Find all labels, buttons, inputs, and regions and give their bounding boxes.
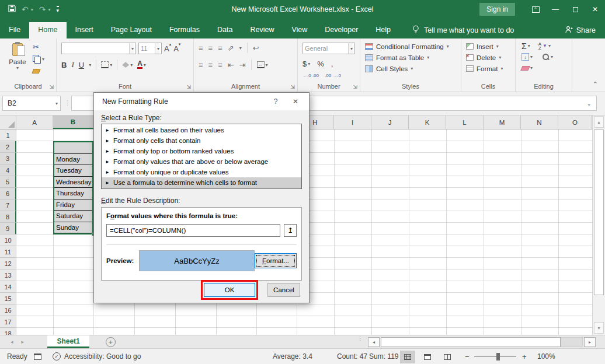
- select-all-corner[interactable]: [0, 116, 16, 129]
- rule-top-bottom-ranked[interactable]: ►Format only top or bottom ranked values: [102, 146, 301, 156]
- cell-b6[interactable]: Thursday: [54, 188, 92, 200]
- number-format-combo[interactable]: General▾: [302, 43, 355, 54]
- zoom-level[interactable]: 100%: [537, 349, 555, 364]
- cell-b4[interactable]: Tuesday: [54, 165, 92, 177]
- increase-indent-button[interactable]: ⇥: [239, 61, 246, 69]
- paste-button[interactable]: Paste ▾: [5, 42, 30, 84]
- row-header-12[interactable]: 12: [0, 258, 16, 270]
- font-color-dropdown-icon[interactable]: ▾: [144, 62, 146, 68]
- borders-button[interactable]: ▾: [101, 61, 112, 68]
- sign-in-button[interactable]: Sign in: [479, 3, 515, 16]
- increase-decimal-button[interactable]: ←.0 .00: [302, 74, 319, 78]
- save-icon[interactable]: [8, 5, 16, 14]
- sheet-tab-sheet1[interactable]: Sheet1: [47, 335, 89, 348]
- format-button[interactable]: Format...: [255, 253, 297, 268]
- number-dialog-launcher[interactable]: ⇲: [353, 84, 357, 90]
- borders-dropdown-icon[interactable]: ▾: [110, 62, 112, 68]
- orientation-dropdown-icon[interactable]: ▾: [239, 46, 242, 51]
- cut-button[interactable]: ✂: [33, 42, 44, 51]
- collapse-ribbon-button[interactable]: ⌃: [593, 80, 598, 88]
- horizontal-scroll-track[interactable]: [561, 337, 583, 347]
- tab-file[interactable]: File: [0, 22, 29, 38]
- merge-center-button[interactable]: ↔▾: [257, 61, 268, 68]
- sort-filter-button[interactable]: AZ▼▾: [538, 42, 551, 50]
- dialog-title-bar[interactable]: New Formatting Rule ? ✕: [94, 93, 309, 110]
- name-box[interactable]: B2 ▾: [2, 96, 61, 111]
- bold-button[interactable]: B: [61, 61, 67, 69]
- col-header-m[interactable]: M: [484, 116, 521, 129]
- row-header-15[interactable]: 15: [0, 293, 16, 304]
- cell-b9[interactable]: Sunday: [54, 222, 92, 234]
- align-left-button[interactable]: ≡: [199, 61, 203, 69]
- accessibility-status[interactable]: ✓ Accessibility: Good to go: [53, 349, 141, 364]
- page-layout-view-button[interactable]: [420, 351, 435, 363]
- row-header-13[interactable]: 13: [0, 270, 16, 281]
- ok-button[interactable]: OK: [204, 283, 255, 297]
- find-select-button[interactable]: ▾: [542, 53, 553, 61]
- vertical-scrollbar[interactable]: ▴ ▾: [592, 116, 605, 335]
- row-header-8[interactable]: 8: [0, 211, 16, 223]
- dialog-close-button[interactable]: ✕: [287, 94, 304, 108]
- cell-b8[interactable]: Saturday: [54, 211, 92, 222]
- underline-dropdown-icon[interactable]: ▾: [89, 62, 91, 68]
- alignment-dialog-launcher[interactable]: ⇲: [290, 84, 295, 90]
- font-name-combo[interactable]: ▾: [61, 43, 136, 54]
- zoom-slider[interactable]: [474, 356, 516, 357]
- scroll-right-button[interactable]: ▸: [584, 337, 596, 347]
- dialog-help-button[interactable]: ?: [267, 94, 284, 108]
- row-header-7[interactable]: 7: [0, 200, 16, 211]
- accounting-format-button[interactable]: $▾: [302, 60, 310, 68]
- italic-button[interactable]: I: [71, 60, 74, 69]
- row-header-14[interactable]: 14: [0, 281, 16, 293]
- formula-bar-splitter[interactable]: ⋮: [64, 99, 71, 107]
- fill-color-button[interactable]: ▾: [122, 62, 133, 68]
- tab-developer[interactable]: Developer: [316, 22, 367, 38]
- col-header-i[interactable]: I: [334, 116, 371, 129]
- col-header-a[interactable]: A: [16, 116, 53, 129]
- conditional-formatting-button[interactable]: Conditional Formatting▾: [360, 41, 461, 52]
- macro-record-button[interactable]: [34, 349, 41, 364]
- rule-format-cells-contain[interactable]: ►Format only cells that contain: [102, 135, 301, 146]
- tab-help[interactable]: Help: [367, 22, 399, 38]
- tab-formulas[interactable]: Formulas: [161, 22, 208, 38]
- clear-button[interactable]: ▾: [521, 65, 533, 71]
- row-header-18[interactable]: 18: [0, 328, 16, 335]
- row-header-2[interactable]: 2: [0, 141, 16, 153]
- align-right-button[interactable]: ≡: [218, 61, 222, 69]
- format-painter-button[interactable]: [33, 66, 44, 76]
- cancel-button[interactable]: Cancel: [267, 283, 300, 297]
- percent-style-button[interactable]: %: [317, 60, 324, 68]
- zoom-out-button[interactable]: −: [465, 349, 470, 364]
- prev-sheet-button[interactable]: ◂: [11, 339, 13, 345]
- close-button[interactable]: ✕: [585, 0, 605, 19]
- wrap-text-button[interactable]: ↩: [253, 44, 259, 52]
- tell-me-box[interactable]: Tell me what you want to do: [412, 22, 514, 38]
- selected-range-b2-b9[interactable]: Monday Tuesday Wednesday Thursday Friday…: [53, 141, 93, 235]
- row-header-1[interactable]: 1: [0, 130, 16, 141]
- align-top-button[interactable]: ≡: [199, 44, 203, 52]
- sum-status[interactable]: Sum: 119: [369, 349, 398, 364]
- font-name-dropdown-icon[interactable]: ▾: [129, 43, 134, 54]
- scroll-left-button[interactable]: ◂: [368, 337, 380, 347]
- font-dialog-launcher[interactable]: ⇲: [186, 84, 191, 90]
- add-sheet-button[interactable]: +: [106, 337, 116, 347]
- align-middle-button[interactable]: ≡: [208, 44, 213, 52]
- format-as-table-button[interactable]: Format as Table▾: [360, 52, 461, 63]
- col-header-o[interactable]: O: [558, 116, 592, 129]
- align-bottom-button[interactable]: ≡: [218, 44, 222, 52]
- col-header-k[interactable]: K: [409, 116, 446, 129]
- rule-above-below-average[interactable]: ►Format only values that are above or be…: [102, 156, 301, 167]
- rule-type-list[interactable]: ►Format all cells based on their values …: [101, 124, 302, 189]
- font-color-button[interactable]: A▾: [137, 61, 146, 69]
- expand-formula-bar-icon[interactable]: ⌄: [587, 100, 592, 107]
- fill-color-dropdown-icon[interactable]: ▾: [130, 62, 133, 68]
- cell-styles-button[interactable]: Cell Styles▾: [360, 63, 461, 74]
- row-header-10[interactable]: 10: [0, 235, 16, 246]
- zoom-slider-thumb[interactable]: [496, 353, 500, 360]
- cell-b7[interactable]: Friday: [54, 200, 92, 211]
- font-size-combo[interactable]: 11▾: [138, 43, 162, 54]
- paste-dropdown-icon[interactable]: ▾: [16, 65, 19, 71]
- row-header-3[interactable]: 3: [0, 153, 16, 164]
- share-button[interactable]: Share: [565, 22, 596, 38]
- row-header-6[interactable]: 6: [0, 188, 16, 200]
